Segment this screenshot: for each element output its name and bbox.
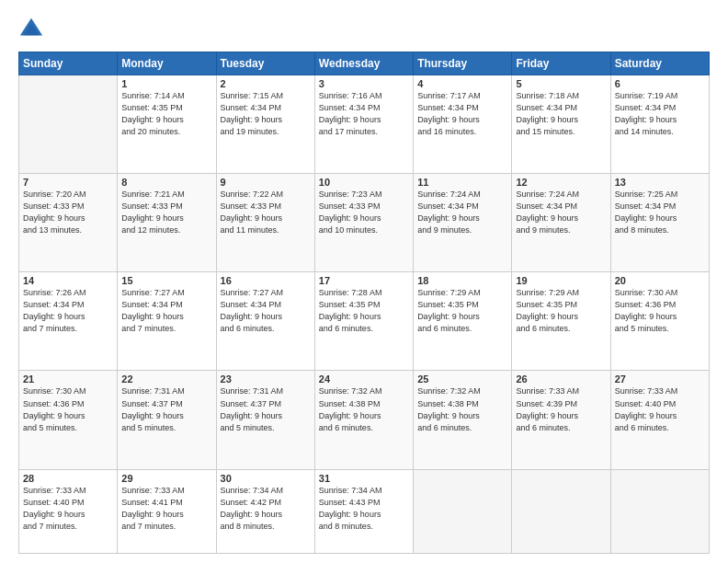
day-info: Sunrise: 7:33 AM Sunset: 4:39 PM Dayligh… [516, 385, 606, 433]
day-number: 25 [417, 373, 507, 385]
day-number: 1 [121, 78, 211, 89]
calendar-cell: 8Sunrise: 7:21 AM Sunset: 4:33 PM Daylig… [118, 174, 216, 272]
day-info: Sunrise: 7:16 AM Sunset: 4:34 PM Dayligh… [319, 90, 409, 138]
day-info: Sunrise: 7:31 AM Sunset: 4:37 PM Dayligh… [121, 385, 211, 433]
weekday-header-saturday: Saturday [610, 52, 709, 75]
page: SundayMondayTuesdayWednesdayThursdayFrid… [0, 0, 728, 563]
calendar-cell: 13Sunrise: 7:25 AM Sunset: 4:34 PM Dayli… [610, 174, 709, 272]
calendar-cell: 1Sunrise: 7:14 AM Sunset: 4:35 PM Daylig… [118, 75, 216, 174]
weekday-header-wednesday: Wednesday [314, 52, 413, 75]
calendar-cell: 29Sunrise: 7:33 AM Sunset: 4:41 PM Dayli… [118, 469, 216, 553]
day-info: Sunrise: 7:29 AM Sunset: 4:35 PM Dayligh… [417, 287, 507, 335]
day-number: 7 [23, 177, 113, 188]
weekday-header-tuesday: Tuesday [216, 52, 314, 75]
calendar-cell: 20Sunrise: 7:30 AM Sunset: 4:36 PM Dayli… [610, 272, 709, 371]
calendar-cell: 5Sunrise: 7:18 AM Sunset: 4:34 PM Daylig… [512, 75, 610, 174]
day-info: Sunrise: 7:33 AM Sunset: 4:41 PM Dayligh… [121, 485, 211, 533]
day-info: Sunrise: 7:17 AM Sunset: 4:34 PM Dayligh… [417, 90, 507, 138]
weekday-header-monday: Monday [118, 52, 216, 75]
day-info: Sunrise: 7:22 AM Sunset: 4:33 PM Dayligh… [221, 189, 311, 236]
calendar-cell [610, 469, 709, 553]
calendar-cell: 3Sunrise: 7:16 AM Sunset: 4:34 PM Daylig… [314, 75, 413, 174]
day-number: 8 [121, 177, 211, 188]
day-info: Sunrise: 7:14 AM Sunset: 4:35 PM Dayligh… [121, 90, 211, 138]
logo-icon [18, 17, 44, 42]
day-number: 24 [319, 373, 409, 385]
day-number: 31 [319, 473, 409, 484]
day-number: 2 [221, 78, 311, 89]
weekday-header-sunday: Sunday [19, 52, 118, 75]
calendar-cell: 22Sunrise: 7:31 AM Sunset: 4:37 PM Dayli… [118, 371, 216, 469]
calendar-cell: 15Sunrise: 7:27 AM Sunset: 4:34 PM Dayli… [118, 272, 216, 371]
day-info: Sunrise: 7:27 AM Sunset: 4:34 PM Dayligh… [221, 287, 311, 335]
day-info: Sunrise: 7:33 AM Sunset: 4:40 PM Dayligh… [615, 385, 705, 433]
calendar-cell: 21Sunrise: 7:30 AM Sunset: 4:36 PM Dayli… [19, 371, 118, 469]
calendar-cell: 16Sunrise: 7:27 AM Sunset: 4:34 PM Dayli… [216, 272, 314, 371]
header [18, 17, 710, 42]
day-info: Sunrise: 7:25 AM Sunset: 4:34 PM Dayligh… [615, 189, 705, 236]
day-info: Sunrise: 7:15 AM Sunset: 4:34 PM Dayligh… [221, 90, 311, 138]
weekday-header-thursday: Thursday [414, 52, 512, 75]
day-number: 30 [221, 473, 311, 484]
day-number: 3 [319, 78, 409, 89]
calendar-cell: 2Sunrise: 7:15 AM Sunset: 4:34 PM Daylig… [216, 75, 314, 174]
calendar-cell: 24Sunrise: 7:32 AM Sunset: 4:38 PM Dayli… [314, 371, 413, 469]
calendar-cell: 6Sunrise: 7:19 AM Sunset: 4:34 PM Daylig… [610, 75, 709, 174]
calendar-cell: 31Sunrise: 7:34 AM Sunset: 4:43 PM Dayli… [314, 469, 413, 553]
calendar-cell: 28Sunrise: 7:33 AM Sunset: 4:40 PM Dayli… [19, 469, 118, 553]
day-info: Sunrise: 7:30 AM Sunset: 4:36 PM Dayligh… [23, 385, 113, 433]
day-number: 22 [121, 373, 211, 385]
calendar-cell [414, 469, 512, 553]
day-number: 20 [615, 275, 705, 286]
day-number: 5 [516, 78, 606, 89]
day-info: Sunrise: 7:34 AM Sunset: 4:42 PM Dayligh… [221, 485, 311, 533]
calendar-cell: 7Sunrise: 7:20 AM Sunset: 4:33 PM Daylig… [19, 174, 118, 272]
day-info: Sunrise: 7:31 AM Sunset: 4:37 PM Dayligh… [221, 385, 311, 433]
calendar-cell: 27Sunrise: 7:33 AM Sunset: 4:40 PM Dayli… [610, 371, 709, 469]
day-number: 28 [23, 473, 113, 484]
day-info: Sunrise: 7:32 AM Sunset: 4:38 PM Dayligh… [319, 385, 409, 433]
calendar-cell: 10Sunrise: 7:23 AM Sunset: 4:33 PM Dayli… [314, 174, 413, 272]
day-info: Sunrise: 7:29 AM Sunset: 4:35 PM Dayligh… [516, 287, 606, 335]
day-number: 4 [417, 78, 507, 89]
day-info: Sunrise: 7:32 AM Sunset: 4:38 PM Dayligh… [417, 385, 507, 433]
day-info: Sunrise: 7:23 AM Sunset: 4:33 PM Dayligh… [319, 189, 409, 236]
calendar-cell: 11Sunrise: 7:24 AM Sunset: 4:34 PM Dayli… [414, 174, 512, 272]
day-number: 16 [221, 275, 311, 286]
weekday-header-friday: Friday [512, 52, 610, 75]
calendar-cell: 9Sunrise: 7:22 AM Sunset: 4:33 PM Daylig… [216, 174, 314, 272]
day-number: 27 [615, 373, 705, 385]
day-number: 26 [516, 373, 606, 385]
calendar-cell: 30Sunrise: 7:34 AM Sunset: 4:42 PM Dayli… [216, 469, 314, 553]
calendar-table: SundayMondayTuesdayWednesdayThursdayFrid… [18, 52, 710, 554]
logo [18, 17, 48, 42]
day-number: 23 [221, 373, 311, 385]
day-number: 17 [319, 275, 409, 286]
day-number: 14 [23, 275, 113, 286]
day-info: Sunrise: 7:26 AM Sunset: 4:34 PM Dayligh… [23, 287, 113, 335]
calendar-header-row: SundayMondayTuesdayWednesdayThursdayFrid… [19, 52, 710, 75]
day-number: 10 [319, 177, 409, 188]
day-number: 6 [615, 78, 705, 89]
calendar-cell: 17Sunrise: 7:28 AM Sunset: 4:35 PM Dayli… [314, 272, 413, 371]
calendar-cell: 25Sunrise: 7:32 AM Sunset: 4:38 PM Dayli… [414, 371, 512, 469]
calendar-cell: 12Sunrise: 7:24 AM Sunset: 4:34 PM Dayli… [512, 174, 610, 272]
day-number: 29 [121, 473, 211, 484]
calendar-cell: 4Sunrise: 7:17 AM Sunset: 4:34 PM Daylig… [414, 75, 512, 174]
calendar-cell: 14Sunrise: 7:26 AM Sunset: 4:34 PM Dayli… [19, 272, 118, 371]
day-info: Sunrise: 7:18 AM Sunset: 4:34 PM Dayligh… [516, 90, 606, 138]
day-number: 12 [516, 177, 606, 188]
day-info: Sunrise: 7:20 AM Sunset: 4:33 PM Dayligh… [23, 189, 113, 236]
day-info: Sunrise: 7:28 AM Sunset: 4:35 PM Dayligh… [319, 287, 409, 335]
calendar-cell: 19Sunrise: 7:29 AM Sunset: 4:35 PM Dayli… [512, 272, 610, 371]
calendar-cell: 23Sunrise: 7:31 AM Sunset: 4:37 PM Dayli… [216, 371, 314, 469]
day-number: 18 [417, 275, 507, 286]
day-info: Sunrise: 7:21 AM Sunset: 4:33 PM Dayligh… [121, 189, 211, 236]
day-info: Sunrise: 7:24 AM Sunset: 4:34 PM Dayligh… [417, 189, 507, 236]
calendar-cell [512, 469, 610, 553]
day-number: 19 [516, 275, 606, 286]
calendar-cell [19, 75, 118, 174]
day-info: Sunrise: 7:24 AM Sunset: 4:34 PM Dayligh… [516, 189, 606, 236]
day-info: Sunrise: 7:19 AM Sunset: 4:34 PM Dayligh… [615, 90, 705, 138]
day-number: 9 [221, 177, 311, 188]
